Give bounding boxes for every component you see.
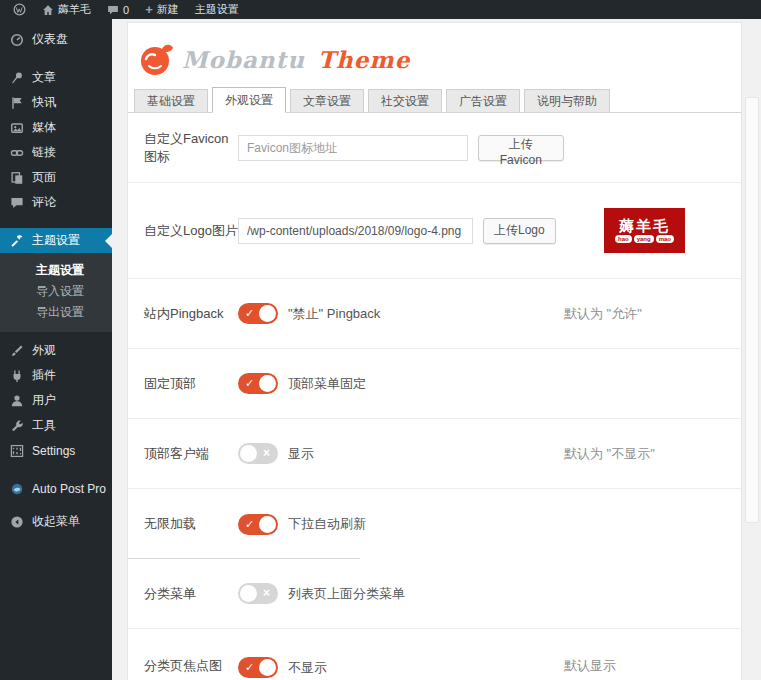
sidebar-item-users[interactable]: 用户 bbox=[0, 388, 112, 413]
settings-tab-bar: 基础设置 外观设置 文章设置 社交设置 广告设置 说明与帮助 bbox=[128, 87, 741, 113]
comments-count: 0 bbox=[123, 4, 129, 16]
infinite-load-state-text: 下拉自动刷新 bbox=[288, 515, 366, 533]
site-link[interactable]: 薅羊毛 bbox=[37, 0, 96, 19]
sidebar-item-appearance[interactable]: 外观 bbox=[0, 338, 112, 363]
sliders-icon bbox=[10, 444, 24, 458]
sidebar-item-comments[interactable]: 评论 bbox=[0, 190, 112, 215]
logo-setting-row: 自定义Logo图片 上传Logo 薅羊毛 hao yang mao bbox=[128, 183, 741, 279]
theme-settings-shortcut[interactable]: 主题设置 bbox=[190, 0, 244, 19]
auto-post-pro-icon bbox=[10, 482, 24, 496]
sidebar-item-dashboard[interactable]: 仪表盘 bbox=[0, 27, 112, 52]
category-focus-toggle[interactable]: ✓ bbox=[238, 657, 278, 678]
plugin-icon bbox=[10, 369, 24, 383]
wordpress-icon bbox=[13, 3, 26, 16]
admin-sidebar: 仪表盘 文章 快讯 媒体 链接 bbox=[0, 19, 112, 680]
pingback-setting-row: 站内Pingback ✓ "禁止" Pingback 默认为 "允许" bbox=[128, 279, 741, 349]
scrollbar-thumb[interactable] bbox=[745, 97, 759, 523]
x-icon: × bbox=[263, 443, 270, 464]
admin-top-bar: 薅羊毛 0 + 新建 主题设置 bbox=[0, 0, 761, 19]
upload-logo-button[interactable]: 上传Logo bbox=[483, 218, 556, 244]
sidebar-item-auto-post-pro[interactable]: Auto Post Pro bbox=[0, 476, 112, 501]
category-menu-label: 分类菜单 bbox=[144, 585, 238, 603]
category-focus-default-note: 默认显示 bbox=[564, 657, 741, 675]
favicon-url-input[interactable] bbox=[238, 135, 468, 161]
logo-url-input[interactable] bbox=[238, 218, 473, 244]
category-menu-toggle[interactable]: × bbox=[238, 583, 278, 604]
infinite-load-setting-row: 无限加载 ✓ 下拉自动刷新 bbox=[128, 489, 741, 559]
wrench-icon bbox=[10, 419, 24, 433]
fixed-header-state-text: 顶部菜单固定 bbox=[288, 375, 366, 393]
tab-social-settings[interactable]: 社交设置 bbox=[368, 89, 442, 112]
category-focus-setting-row: 分类页焦点图 ✓ 不显示 默认显示 bbox=[128, 629, 741, 680]
sidebar-item-media[interactable]: 媒体 bbox=[0, 115, 112, 140]
favicon-label: 自定义Favicon图标 bbox=[144, 130, 238, 166]
category-focus-state-text: 不显示 bbox=[288, 659, 327, 677]
fixed-header-toggle[interactable]: ✓ bbox=[238, 373, 278, 394]
infinite-load-label: 无限加载 bbox=[144, 515, 238, 533]
pingback-toggle[interactable]: ✓ bbox=[238, 303, 278, 324]
sidebar-item-theme-settings[interactable]: 主题设置 bbox=[0, 228, 112, 253]
category-focus-label: 分类页焦点图 bbox=[144, 657, 238, 675]
pushpin-icon bbox=[10, 71, 24, 85]
top-client-toggle[interactable]: × bbox=[238, 443, 278, 464]
comments-icon bbox=[10, 196, 24, 210]
brush-icon bbox=[10, 344, 24, 358]
top-client-state-text: 显示 bbox=[288, 445, 314, 463]
upload-favicon-button[interactable]: 上传Favicon bbox=[478, 135, 564, 161]
infinite-load-toggle[interactable]: ✓ bbox=[238, 514, 278, 535]
flag-icon bbox=[10, 96, 24, 110]
plus-icon: + bbox=[145, 3, 153, 16]
top-client-setting-row: 顶部客户端 × 显示 默认为 "不显示" bbox=[128, 419, 741, 489]
sidebar-item-collapse-menu[interactable]: 收起菜单 bbox=[0, 509, 112, 534]
page-scrollbar bbox=[744, 19, 761, 680]
brand-name-secondary: Theme bbox=[318, 46, 410, 73]
tab-basic-settings[interactable]: 基础设置 bbox=[134, 89, 208, 112]
theme-brand: Mobantu Theme bbox=[128, 23, 741, 87]
theme-settings-panel: Mobantu Theme 基础设置 外观设置 文章设置 社交设置 广告设置 说… bbox=[127, 22, 742, 680]
category-menu-setting-row: 分类菜单 × 列表页上面分类菜单 bbox=[128, 559, 741, 629]
check-icon: ✓ bbox=[245, 657, 254, 678]
mobantu-logo-icon bbox=[136, 39, 176, 79]
top-client-default-note: 默认为 "不显示" bbox=[564, 445, 741, 463]
check-icon: ✓ bbox=[245, 303, 254, 324]
sidebar-item-links[interactable]: 链接 bbox=[0, 140, 112, 165]
sidebar-item-news[interactable]: 快讯 bbox=[0, 90, 112, 115]
check-icon: ✓ bbox=[245, 514, 254, 535]
hammer-icon bbox=[10, 234, 24, 248]
x-icon: × bbox=[263, 583, 270, 604]
collapse-arrow-icon bbox=[10, 515, 24, 529]
submenu-item-theme-settings[interactable]: 主题设置 bbox=[0, 260, 112, 281]
fixed-header-setting-row: 固定顶部 ✓ 顶部菜单固定 bbox=[128, 349, 741, 419]
logo-label: 自定义Logo图片 bbox=[144, 222, 238, 240]
sidebar-item-pages[interactable]: 页面 bbox=[0, 165, 112, 190]
sidebar-item-tools[interactable]: 工具 bbox=[0, 413, 112, 438]
favicon-setting-row: 自定义Favicon图标 上传Favicon bbox=[128, 113, 741, 183]
new-content-menu[interactable]: + 新建 bbox=[140, 0, 184, 19]
submenu-item-export-settings[interactable]: 导出设置 bbox=[0, 302, 112, 323]
logo-preview-image: 薅羊毛 hao yang mao bbox=[604, 208, 685, 253]
wordpress-logo-menu[interactable] bbox=[8, 0, 31, 19]
site-name: 薅羊毛 bbox=[58, 2, 91, 17]
media-icon bbox=[10, 121, 24, 135]
tab-help[interactable]: 说明与帮助 bbox=[524, 89, 610, 112]
comments-shortcut[interactable]: 0 bbox=[102, 0, 134, 19]
sidebar-item-settings[interactable]: Settings bbox=[0, 438, 112, 463]
new-label: 新建 bbox=[157, 2, 179, 17]
tab-appearance-settings[interactable]: 外观设置 bbox=[212, 87, 286, 113]
link-chain-icon bbox=[10, 146, 24, 160]
check-icon: ✓ bbox=[245, 373, 254, 394]
top-client-label: 顶部客户端 bbox=[144, 445, 238, 463]
submenu-item-import-settings[interactable]: 导入设置 bbox=[0, 281, 112, 302]
theme-settings-submenu: 主题设置 导入设置 导出设置 bbox=[0, 253, 112, 332]
user-icon bbox=[10, 394, 24, 408]
pages-icon bbox=[10, 171, 24, 185]
sidebar-item-plugins[interactable]: 插件 bbox=[0, 363, 112, 388]
tab-ad-settings[interactable]: 广告设置 bbox=[446, 89, 520, 112]
brand-name-primary: Mobantu bbox=[182, 46, 305, 73]
pingback-label: 站内Pingback bbox=[144, 305, 238, 323]
pingback-state-text: "禁止" Pingback bbox=[288, 305, 380, 323]
category-menu-state-text: 列表页上面分类菜单 bbox=[288, 585, 405, 603]
sidebar-item-posts[interactable]: 文章 bbox=[0, 65, 112, 90]
pingback-default-note: 默认为 "允许" bbox=[564, 305, 741, 323]
tab-post-settings[interactable]: 文章设置 bbox=[290, 89, 364, 112]
